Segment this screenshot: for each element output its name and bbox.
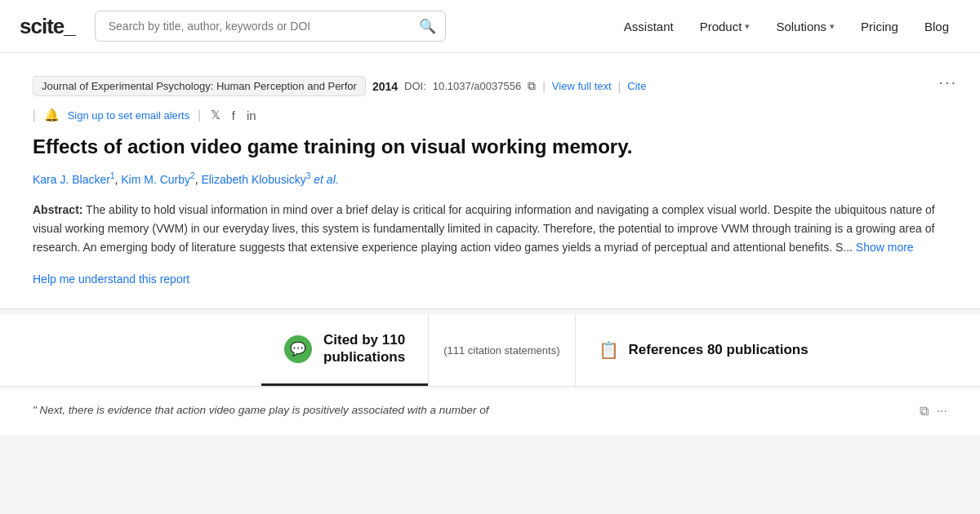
bell-icon: 🔔 [44, 108, 60, 122]
author-sup-2: 2 [190, 171, 195, 180]
citations-section: 💬 Cited by 110 publications (111 citatio… [0, 314, 980, 435]
cited-by-sub: publications [323, 349, 405, 366]
doi-value: 10.1037/a0037556 [433, 80, 521, 92]
nav-item-blog[interactable]: Blog [913, 13, 960, 40]
nav-item-solutions[interactable]: Solutions ▾ [764, 13, 846, 40]
facebook-icon[interactable]: f [232, 109, 235, 122]
search-bar: 🔍 [95, 11, 446, 42]
view-full-text-link[interactable]: View full text [552, 80, 612, 92]
search-icon: 🔍 [419, 18, 436, 35]
copy-doi-button[interactable]: ⧉ [528, 79, 536, 93]
journal-name: Journal of Experimental Psychology: Huma… [33, 76, 366, 96]
citation-quote-row: " Next, there is evidence that action vi… [0, 387, 980, 435]
more-quote-options-button[interactable]: ··· [937, 404, 947, 419]
email-alerts-link[interactable]: Sign up to set email alerts [68, 109, 190, 122]
copy-quote-button[interactable]: ⧉ [920, 404, 929, 419]
references-label: References 80 publications [629, 342, 808, 358]
cited-by-tab[interactable]: 💬 Cited by 110 publications [261, 314, 428, 386]
author-klobusicky[interactable]: Elizabeth Klobusicky [201, 173, 305, 186]
abstract-body: The ability to hold visual information i… [33, 203, 935, 254]
authors-row: Kara J. Blacker1, Kim M. Curby2, Elizabe… [33, 171, 947, 186]
linkedin-icon[interactable]: in [247, 109, 256, 122]
citations-tabs-row: 💬 Cited by 110 publications (111 citatio… [0, 314, 980, 387]
search-input[interactable] [95, 11, 446, 42]
navbar: scite_ 🔍 Assistant Product ▾ Solutions ▾… [0, 0, 980, 53]
author-sup-3: 3 [306, 171, 311, 180]
doi-label: DOI: [404, 80, 426, 92]
show-more-link[interactable]: Show more [856, 241, 914, 254]
citation-quote-actions: ⧉ ··· [920, 404, 947, 419]
chevron-down-icon: ▾ [830, 21, 835, 32]
cited-by-label: Cited by 110 [323, 332, 405, 348]
citation-bubble-icon: 💬 [284, 335, 312, 363]
citation-quote-text: " Next, there is evidence that action vi… [33, 404, 906, 416]
et-al-link[interactable]: et al. [314, 173, 338, 186]
paper-meta-row: Journal of Experimental Psychology: Huma… [33, 76, 947, 96]
twitter-icon[interactable]: 𝕏 [211, 108, 220, 122]
references-tab[interactable]: 📋 References 80 publications [575, 314, 980, 386]
citation-statements: (111 citation statements) [428, 314, 574, 386]
paper-title: Effects of action video game training on… [33, 134, 947, 160]
abstract-text: Abstract: The ability to hold visual inf… [33, 201, 947, 257]
author-curby[interactable]: Kim M. Curby [121, 173, 190, 186]
paper-card: ··· Journal of Experimental Psychology: … [0, 53, 980, 309]
chevron-down-icon: ▾ [745, 21, 750, 32]
nav-links: Assistant Product ▾ Solutions ▾ Pricing … [612, 13, 960, 40]
nav-item-assistant[interactable]: Assistant [612, 13, 685, 40]
references-icon: 📋 [599, 340, 619, 360]
cite-button[interactable]: Cite [627, 80, 646, 92]
publication-year: 2014 [372, 80, 398, 93]
cited-by-count: Cited by 110 publications [323, 332, 405, 366]
nav-item-product[interactable]: Product ▾ [688, 13, 762, 40]
help-link[interactable]: Help me understand this report [33, 273, 189, 286]
alert-row: | 🔔 Sign up to set email alerts | 𝕏 f in [33, 108, 947, 122]
main-content: ··· Journal of Experimental Psychology: … [0, 53, 980, 435]
abstract-label: Abstract: [33, 203, 82, 216]
citations-left-spacer [0, 314, 261, 386]
nav-item-pricing[interactable]: Pricing [849, 13, 910, 40]
more-options-button[interactable]: ··· [938, 73, 957, 91]
author-blacker[interactable]: Kara J. Blacker [33, 173, 110, 186]
author-sup-1: 1 [110, 171, 115, 180]
site-logo[interactable]: scite_ [20, 14, 75, 39]
